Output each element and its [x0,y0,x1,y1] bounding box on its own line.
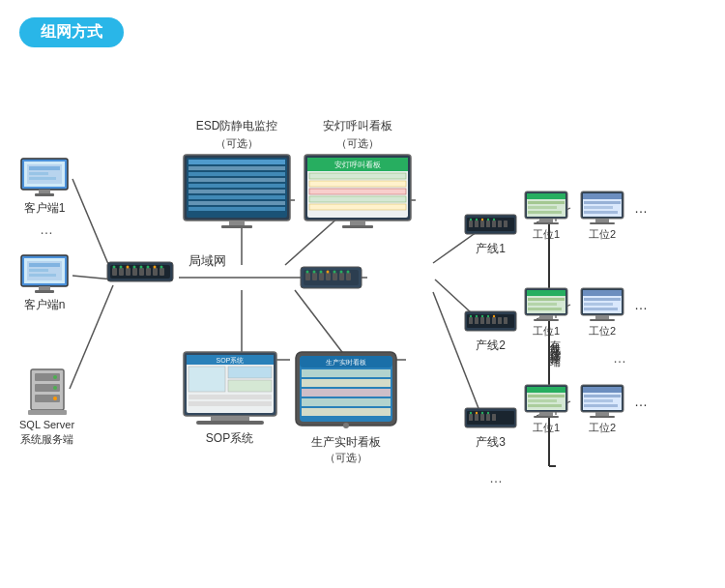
svg-rect-183 [584,206,613,209]
svg-rect-176 [528,211,562,214]
svg-point-110 [347,271,350,274]
svg-rect-34 [29,177,56,180]
svg-rect-33 [29,172,48,175]
svg-rect-93 [350,220,365,225]
svg-rect-165 [486,414,490,421]
svg-rect-120 [211,416,249,421]
client1-label: 客户端1 [19,200,70,217]
prod-board-label: 生产实时看板 [290,434,401,451]
svg-rect-198 [584,298,621,301]
svg-rect-102 [339,273,344,280]
ws1-label1: 工位1 [522,227,570,241]
svg-point-159 [493,315,495,317]
svg-point-155 [470,315,472,317]
svg-point-109 [340,271,343,274]
sop-screen: SOP系统 [182,350,278,427]
svg-rect-73 [188,160,285,164]
svg-rect-186 [590,222,615,224]
svg-rect-177 [539,219,553,222]
svg-point-142 [476,219,478,220]
ws-row-1: 工位1 [522,191,648,241]
svg-rect-173 [527,193,566,199]
svg-rect-82 [229,220,245,225]
gateway [300,263,362,297]
svg-text:…: … [40,221,53,237]
svg-rect-88 [309,173,406,179]
ws1-item1: 工位1 [522,191,570,241]
ws3-dots: … [634,384,648,419]
svg-rect-217 [595,412,609,416]
svg-rect-178 [534,222,559,224]
svg-rect-161 [467,411,514,425]
svg-point-169 [481,412,483,414]
svg-rect-210 [534,416,559,418]
svg-rect-35 [39,190,50,193]
svg-rect-55 [112,268,117,276]
svg-rect-58 [132,268,137,276]
ws2-screen2 [580,287,624,322]
svg-rect-56 [119,268,124,276]
svg-text:生产实时看板: 生产实时看板 [326,359,366,366]
prod-line2-label: 产线2 [464,338,517,354]
svg-rect-201 [595,315,609,319]
andon-sub: （可选） [300,136,416,151]
svg-point-49 [53,375,57,379]
svg-rect-126 [302,369,391,377]
ws-group3: 工位1 [522,384,648,438]
svg-rect-98 [312,273,317,280]
svg-rect-164 [480,414,484,421]
svg-rect-150 [480,317,484,324]
svg-rect-116 [228,367,272,378]
esd-monitor: ESD防静电监控 （可选） [179,118,295,232]
switch-icon [106,258,174,285]
svg-rect-59 [139,268,144,276]
svg-rect-189 [527,290,566,296]
sql-server-label: SQL Server系统服务端 [19,418,74,448]
svg-point-143 [481,219,483,220]
ws2-label2: 工位2 [578,324,626,338]
andon-board: 安灯呼叫看板 （可选） 安灯呼叫看板 [300,118,416,232]
prod-board: 生产实时看板 生产实时看板 （可选） [290,350,401,465]
svg-point-131 [343,423,349,428]
svg-rect-83 [221,225,252,228]
ws3-label1: 工位1 [522,421,570,434]
svg-rect-175 [528,206,557,209]
prod-lines-dots: … [489,470,503,485]
svg-rect-151 [486,317,490,324]
svg-rect-40 [29,263,60,267]
svg-point-107 [327,271,330,274]
svg-point-69 [154,266,157,269]
svg-rect-130 [302,408,391,416]
svg-rect-181 [583,193,622,199]
client-n: 客户端n [19,253,70,313]
ws2-item2: 工位2 [578,287,626,338]
svg-text:SOP系统: SOP系统 [216,357,244,364]
ws1-item2: 工位2 [578,191,626,241]
svg-rect-166 [492,414,496,421]
svg-rect-52 [28,410,67,415]
svg-point-144 [487,219,489,220]
client1: 客户端1 [19,157,70,217]
svg-point-64 [120,266,123,269]
ws1-dots: … [634,191,648,225]
svg-rect-89 [309,181,406,187]
svg-rect-115 [188,367,225,392]
svg-rect-197 [583,290,622,296]
svg-point-157 [481,315,483,317]
svg-rect-36 [35,193,54,196]
esd-screen [183,154,291,229]
svg-rect-194 [534,319,559,321]
svg-rect-32 [29,166,60,170]
svg-point-145 [493,219,495,220]
page-container: 组网方式 [0,0,725,588]
esd-sub: （可选） [179,136,295,151]
prod-screen: 生产实时看板 [294,350,398,431]
client1-icon [19,157,70,197]
ws1-screen2 [580,191,624,225]
svg-rect-139 [498,220,502,227]
svg-rect-57 [126,268,130,276]
ws3-screen2 [580,384,624,419]
svg-rect-79 [188,195,285,199]
ws1-screen1 [524,191,568,225]
svg-text:安灯呼叫看板: 安灯呼叫看板 [334,161,381,169]
